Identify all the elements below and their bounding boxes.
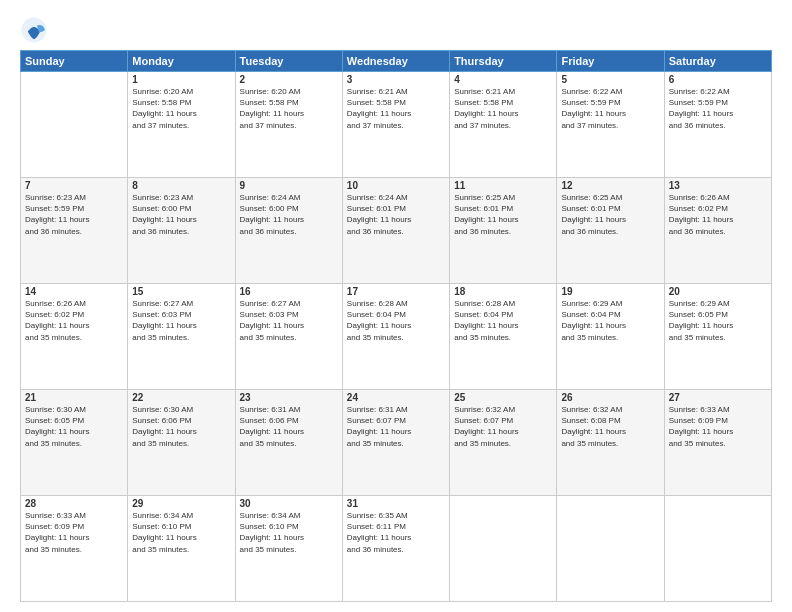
day-number: 19 (561, 286, 659, 297)
day-number: 17 (347, 286, 445, 297)
calendar-cell (450, 496, 557, 602)
calendar-cell: 14Sunrise: 6:26 AM Sunset: 6:02 PM Dayli… (21, 284, 128, 390)
logo (20, 16, 52, 44)
cell-info: Sunrise: 6:30 AM Sunset: 6:05 PM Dayligh… (25, 404, 123, 449)
calendar-cell: 7Sunrise: 6:23 AM Sunset: 5:59 PM Daylig… (21, 178, 128, 284)
calendar-cell (557, 496, 664, 602)
calendar-cell: 19Sunrise: 6:29 AM Sunset: 6:04 PM Dayli… (557, 284, 664, 390)
day-number: 7 (25, 180, 123, 191)
calendar-cell: 23Sunrise: 6:31 AM Sunset: 6:06 PM Dayli… (235, 390, 342, 496)
cell-info: Sunrise: 6:21 AM Sunset: 5:58 PM Dayligh… (347, 86, 445, 131)
cell-info: Sunrise: 6:20 AM Sunset: 5:58 PM Dayligh… (240, 86, 338, 131)
calendar-cell: 18Sunrise: 6:28 AM Sunset: 6:04 PM Dayli… (450, 284, 557, 390)
cell-info: Sunrise: 6:25 AM Sunset: 6:01 PM Dayligh… (561, 192, 659, 237)
cell-info: Sunrise: 6:29 AM Sunset: 6:04 PM Dayligh… (561, 298, 659, 343)
calendar-cell: 20Sunrise: 6:29 AM Sunset: 6:05 PM Dayli… (664, 284, 771, 390)
day-number: 18 (454, 286, 552, 297)
cell-info: Sunrise: 6:23 AM Sunset: 6:00 PM Dayligh… (132, 192, 230, 237)
calendar-header-tuesday: Tuesday (235, 51, 342, 72)
day-number: 15 (132, 286, 230, 297)
calendar-cell: 21Sunrise: 6:30 AM Sunset: 6:05 PM Dayli… (21, 390, 128, 496)
page: SundayMondayTuesdayWednesdayThursdayFrid… (0, 0, 792, 612)
cell-info: Sunrise: 6:31 AM Sunset: 6:07 PM Dayligh… (347, 404, 445, 449)
day-number: 28 (25, 498, 123, 509)
calendar-header-friday: Friday (557, 51, 664, 72)
cell-info: Sunrise: 6:27 AM Sunset: 6:03 PM Dayligh… (132, 298, 230, 343)
day-number: 13 (669, 180, 767, 191)
calendar-cell: 9Sunrise: 6:24 AM Sunset: 6:00 PM Daylig… (235, 178, 342, 284)
calendar-cell: 3Sunrise: 6:21 AM Sunset: 5:58 PM Daylig… (342, 72, 449, 178)
day-number: 14 (25, 286, 123, 297)
day-number: 24 (347, 392, 445, 403)
day-number: 9 (240, 180, 338, 191)
day-number: 22 (132, 392, 230, 403)
calendar-cell (664, 496, 771, 602)
calendar-cell: 4Sunrise: 6:21 AM Sunset: 5:58 PM Daylig… (450, 72, 557, 178)
calendar-week-1: 1Sunrise: 6:20 AM Sunset: 5:58 PM Daylig… (21, 72, 772, 178)
cell-info: Sunrise: 6:20 AM Sunset: 5:58 PM Dayligh… (132, 86, 230, 131)
cell-info: Sunrise: 6:29 AM Sunset: 6:05 PM Dayligh… (669, 298, 767, 343)
day-number: 11 (454, 180, 552, 191)
calendar-cell: 13Sunrise: 6:26 AM Sunset: 6:02 PM Dayli… (664, 178, 771, 284)
cell-info: Sunrise: 6:22 AM Sunset: 5:59 PM Dayligh… (561, 86, 659, 131)
day-number: 30 (240, 498, 338, 509)
day-number: 10 (347, 180, 445, 191)
day-number: 26 (561, 392, 659, 403)
cell-info: Sunrise: 6:34 AM Sunset: 6:10 PM Dayligh… (240, 510, 338, 555)
day-number: 4 (454, 74, 552, 85)
day-number: 5 (561, 74, 659, 85)
cell-info: Sunrise: 6:27 AM Sunset: 6:03 PM Dayligh… (240, 298, 338, 343)
cell-info: Sunrise: 6:26 AM Sunset: 6:02 PM Dayligh… (25, 298, 123, 343)
calendar-cell (21, 72, 128, 178)
calendar-cell: 12Sunrise: 6:25 AM Sunset: 6:01 PM Dayli… (557, 178, 664, 284)
calendar-week-4: 21Sunrise: 6:30 AM Sunset: 6:05 PM Dayli… (21, 390, 772, 496)
day-number: 3 (347, 74, 445, 85)
logo-icon (20, 16, 48, 44)
calendar-header-monday: Monday (128, 51, 235, 72)
day-number: 25 (454, 392, 552, 403)
calendar-cell: 28Sunrise: 6:33 AM Sunset: 6:09 PM Dayli… (21, 496, 128, 602)
cell-info: Sunrise: 6:28 AM Sunset: 6:04 PM Dayligh… (454, 298, 552, 343)
calendar-cell: 26Sunrise: 6:32 AM Sunset: 6:08 PM Dayli… (557, 390, 664, 496)
day-number: 16 (240, 286, 338, 297)
calendar-cell: 5Sunrise: 6:22 AM Sunset: 5:59 PM Daylig… (557, 72, 664, 178)
cell-info: Sunrise: 6:33 AM Sunset: 6:09 PM Dayligh… (669, 404, 767, 449)
calendar-cell: 25Sunrise: 6:32 AM Sunset: 6:07 PM Dayli… (450, 390, 557, 496)
calendar-header-row: SundayMondayTuesdayWednesdayThursdayFrid… (21, 51, 772, 72)
calendar-cell: 11Sunrise: 6:25 AM Sunset: 6:01 PM Dayli… (450, 178, 557, 284)
calendar-table: SundayMondayTuesdayWednesdayThursdayFrid… (20, 50, 772, 602)
calendar-cell: 10Sunrise: 6:24 AM Sunset: 6:01 PM Dayli… (342, 178, 449, 284)
cell-info: Sunrise: 6:32 AM Sunset: 6:07 PM Dayligh… (454, 404, 552, 449)
cell-info: Sunrise: 6:24 AM Sunset: 6:00 PM Dayligh… (240, 192, 338, 237)
day-number: 12 (561, 180, 659, 191)
cell-info: Sunrise: 6:21 AM Sunset: 5:58 PM Dayligh… (454, 86, 552, 131)
calendar-week-3: 14Sunrise: 6:26 AM Sunset: 6:02 PM Dayli… (21, 284, 772, 390)
cell-info: Sunrise: 6:33 AM Sunset: 6:09 PM Dayligh… (25, 510, 123, 555)
cell-info: Sunrise: 6:25 AM Sunset: 6:01 PM Dayligh… (454, 192, 552, 237)
calendar-cell: 2Sunrise: 6:20 AM Sunset: 5:58 PM Daylig… (235, 72, 342, 178)
calendar-cell: 6Sunrise: 6:22 AM Sunset: 5:59 PM Daylig… (664, 72, 771, 178)
header (20, 16, 772, 44)
cell-info: Sunrise: 6:30 AM Sunset: 6:06 PM Dayligh… (132, 404, 230, 449)
cell-info: Sunrise: 6:35 AM Sunset: 6:11 PM Dayligh… (347, 510, 445, 555)
calendar-cell: 1Sunrise: 6:20 AM Sunset: 5:58 PM Daylig… (128, 72, 235, 178)
day-number: 2 (240, 74, 338, 85)
day-number: 20 (669, 286, 767, 297)
cell-info: Sunrise: 6:28 AM Sunset: 6:04 PM Dayligh… (347, 298, 445, 343)
cell-info: Sunrise: 6:23 AM Sunset: 5:59 PM Dayligh… (25, 192, 123, 237)
calendar-header-saturday: Saturday (664, 51, 771, 72)
calendar-cell: 15Sunrise: 6:27 AM Sunset: 6:03 PM Dayli… (128, 284, 235, 390)
cell-info: Sunrise: 6:34 AM Sunset: 6:10 PM Dayligh… (132, 510, 230, 555)
calendar-cell: 22Sunrise: 6:30 AM Sunset: 6:06 PM Dayli… (128, 390, 235, 496)
day-number: 6 (669, 74, 767, 85)
cell-info: Sunrise: 6:24 AM Sunset: 6:01 PM Dayligh… (347, 192, 445, 237)
calendar-week-5: 28Sunrise: 6:33 AM Sunset: 6:09 PM Dayli… (21, 496, 772, 602)
day-number: 1 (132, 74, 230, 85)
calendar-cell: 31Sunrise: 6:35 AM Sunset: 6:11 PM Dayli… (342, 496, 449, 602)
calendar-header-wednesday: Wednesday (342, 51, 449, 72)
day-number: 27 (669, 392, 767, 403)
day-number: 21 (25, 392, 123, 403)
calendar-cell: 29Sunrise: 6:34 AM Sunset: 6:10 PM Dayli… (128, 496, 235, 602)
calendar-cell: 8Sunrise: 6:23 AM Sunset: 6:00 PM Daylig… (128, 178, 235, 284)
day-number: 8 (132, 180, 230, 191)
